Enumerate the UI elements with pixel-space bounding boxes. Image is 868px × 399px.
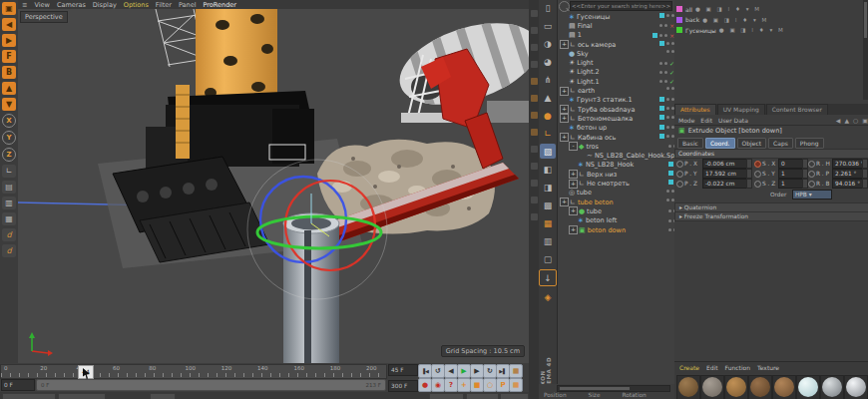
material-dirt-2[interactable] <box>748 375 772 399</box>
nudge-down-icon[interactable]: ▼ <box>2 98 16 111</box>
object-toggles[interactable] <box>666 199 674 201</box>
object-toggles[interactable] <box>659 13 674 18</box>
viewport-camera-label[interactable]: Perspective <box>20 11 68 23</box>
object-label[interactable]: earth <box>578 87 675 95</box>
mode-icon[interactable] <box>531 10 538 17</box>
object-toggles[interactable] <box>659 125 674 130</box>
mode-icon[interactable] <box>531 163 538 170</box>
object-toggles[interactable] <box>666 50 674 53</box>
object-row[interactable]: ◎tube <box>558 189 675 198</box>
tab-attributes[interactable]: Attributes <box>674 104 716 115</box>
visibility-dot-icon[interactable] <box>668 219 671 222</box>
cube-tool-icon[interactable]: ▣ <box>2 2 16 15</box>
visibility-dot-icon[interactable] <box>666 14 669 17</box>
object-row[interactable]: ∗Грунт3 статик.1 <box>558 96 675 105</box>
object-toggles[interactable] <box>666 87 674 90</box>
menu-item-view[interactable]: View <box>34 1 49 9</box>
layer-color-swatch[interactable] <box>668 171 673 176</box>
draw2-icon[interactable]: d <box>2 244 16 257</box>
key-dot-icon[interactable] <box>808 161 815 168</box>
nudge-left-icon[interactable]: ◀ <box>2 18 16 31</box>
layer-toggle-icons[interactable]: ● ▣ ◨ ⁞ ♦ ▾ M <box>719 27 785 33</box>
object-row[interactable]: +∟Верх низ <box>558 170 675 179</box>
object-row[interactable]: ☀Light.1✓ <box>558 77 675 86</box>
object-row[interactable]: ~NS_LB28_Cable_Hook.Spline✓ <box>558 152 675 161</box>
coord-field[interactable]: -0.006 cm <box>702 159 748 169</box>
spinner-icon[interactable] <box>746 169 752 179</box>
render-dot-icon[interactable] <box>664 62 667 65</box>
attr-menu-edit[interactable]: Edit <box>700 117 712 124</box>
layer-row[interactable]: back● ▣ ◨ ⁞ ♦ ▾ M <box>676 15 768 25</box>
expand-toggle-icon[interactable]: + <box>569 225 578 234</box>
subtab-coord[interactable]: Coord. <box>705 138 735 149</box>
mode-icon[interactable] <box>531 44 538 51</box>
mode-icon[interactable] <box>531 112 538 119</box>
play-button[interactable]: ▶ <box>457 364 471 378</box>
viewport-3d[interactable]: Perspective Grid Spacing : 10.5 cm <box>18 9 529 363</box>
object-toggles[interactable] <box>659 115 674 120</box>
asset-icon[interactable]: ▯ <box>540 0 556 15</box>
object-row[interactable]: +▣beton down✓ <box>558 225 675 234</box>
save-icon[interactable]: ▦ <box>2 212 16 225</box>
expand-toggle-icon[interactable]: + <box>569 170 578 179</box>
material-ice[interactable] <box>796 375 820 399</box>
visibility-dot-icon[interactable] <box>659 24 662 27</box>
x-axis-lock-icon[interactable]: X <box>2 114 16 128</box>
material-metal-env[interactable] <box>820 375 844 399</box>
tab-uv-mapping[interactable]: UV Mapping <box>717 104 765 115</box>
coord-field[interactable]: 17.592 cm <box>702 169 748 179</box>
boole-icon[interactable]: ▩ <box>540 198 556 212</box>
coord-field[interactable]: 270.036 ° <box>832 159 866 169</box>
expand-toggle-icon[interactable]: + <box>560 40 569 49</box>
object-toggles[interactable] <box>659 106 674 111</box>
render-dot-icon[interactable] <box>664 24 667 27</box>
object-label[interactable]: Не смотреть <box>587 180 675 188</box>
visibility-dot-icon[interactable] <box>666 126 669 129</box>
history-back-icon[interactable]: ◀ <box>836 117 841 124</box>
mode-icon[interactable] <box>531 61 538 68</box>
object-row[interactable]: ∗NS_LB28_Hook <box>558 161 675 170</box>
object-row[interactable]: +∟tube beton <box>558 198 675 206</box>
render-view-icon[interactable]: ▤ <box>2 181 16 194</box>
object-toggles[interactable] <box>666 190 674 193</box>
next-key-button[interactable]: ▶ <box>470 364 484 378</box>
expand-toggle-icon[interactable]: + <box>569 180 578 189</box>
cube-icon[interactable]: ▧ <box>540 144 556 159</box>
visibility-dot-icon[interactable] <box>666 42 669 45</box>
object-row[interactable]: ∗beton left✓ <box>558 216 675 225</box>
goto-end-button[interactable]: ▶▌ <box>496 364 510 378</box>
object-row[interactable]: +∟Бетономешалка <box>558 114 675 123</box>
spinner-icon[interactable] <box>862 179 868 189</box>
layer-color-swatch[interactable] <box>659 106 664 111</box>
material-menu-function[interactable]: Function <box>725 364 751 371</box>
object-label[interactable]: beton down <box>588 226 675 234</box>
object-label[interactable]: tube <box>587 207 675 215</box>
render-dot-icon[interactable] <box>664 34 667 37</box>
visibility-dot-icon[interactable] <box>666 50 669 53</box>
layer-color-icon[interactable] <box>676 27 682 33</box>
material-gravel[interactable] <box>700 375 724 399</box>
object-search-input[interactable]: <<Enter your search string here>> <box>570 1 672 11</box>
layer-color-swatch[interactable] <box>652 33 657 38</box>
object-label[interactable]: Верх низ <box>587 171 675 179</box>
material-menu-edit[interactable]: Edit <box>706 364 718 371</box>
cube2-icon[interactable]: ◧ <box>540 162 556 177</box>
timeline-ruler[interactable]: 020406080100120140160180200 44 <box>0 364 387 379</box>
key-dot-icon[interactable] <box>754 161 761 168</box>
layer-color-icon[interactable] <box>676 6 682 12</box>
record-button[interactable]: ● <box>418 378 432 392</box>
expand-toggle-icon[interactable]: + <box>569 206 578 215</box>
visibility-dot-icon[interactable] <box>668 209 671 212</box>
expand-toggle-icon[interactable]: - <box>569 142 578 151</box>
object-row[interactable]: ●Sky <box>558 49 675 58</box>
menu-item-options[interactable]: Options <box>124 1 149 9</box>
key-dot-icon[interactable] <box>676 171 683 178</box>
cycle-button[interactable]: ↻ <box>483 364 497 378</box>
render-region-icon[interactable]: ▭ <box>540 18 556 33</box>
instance-icon[interactable]: ▢ <box>540 251 556 266</box>
subtab-caps[interactable]: Caps <box>768 138 793 149</box>
object-row[interactable]: +∟earth <box>558 86 675 95</box>
mode-icon[interactable] <box>531 197 538 203</box>
wrap-icon[interactable]: ◕ <box>540 54 556 69</box>
object-toggles[interactable]: ✓ <box>659 78 674 85</box>
